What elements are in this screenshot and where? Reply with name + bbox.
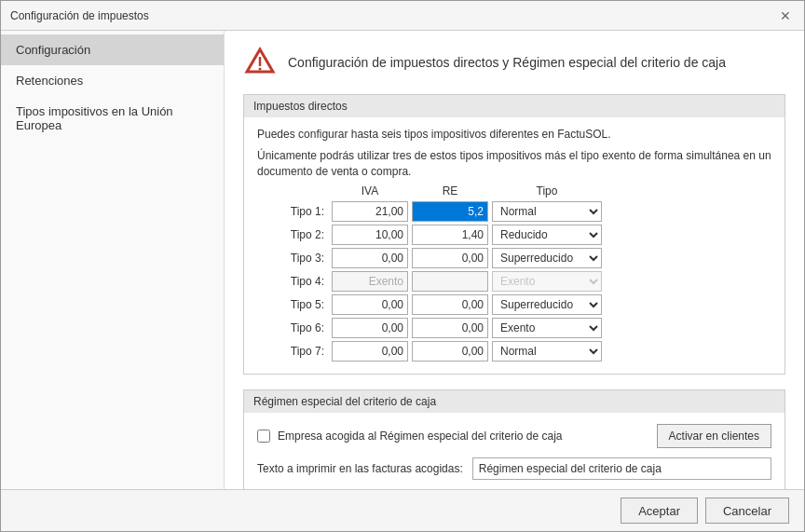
table-row: Tipo 7: NormalReducidoSuperreducidoExent…	[257, 341, 771, 361]
table-row: Tipo 1: NormalReducidoSuperreducidoExent…	[257, 201, 771, 222]
row1-iva-input[interactable]	[332, 201, 408, 222]
row4-tipo-select: Exento	[492, 271, 602, 292]
caja-header: Régimen especial del criterio de caja	[244, 390, 785, 413]
row1-label: Tipo 1:	[257, 205, 332, 218]
table-row: Tipo 5: NormalReducidoSuperreducidoExent…	[257, 294, 771, 315]
table-row: Tipo 3: NormalReducidoSuperreducidoExent…	[257, 248, 771, 268]
row2-iva-input[interactable]	[332, 225, 408, 245]
table-row: Tipo 4: Exento	[257, 271, 771, 292]
col-re-header: RE	[412, 184, 488, 199]
main-window: Configuración de impuestos ✕ Configuraci…	[0, 0, 805, 532]
table-row: Tipo 6: NormalReducidoSuperreducidoExent…	[257, 318, 771, 338]
desc2: Únicamente podrás utilizar tres de estos…	[257, 148, 771, 180]
row7-iva-input[interactable]	[332, 341, 408, 361]
row4-label: Tipo 4:	[257, 275, 332, 288]
sidebar-item-configuracion[interactable]: Configuración	[1, 34, 224, 65]
impuestos-header: Impuestos directos	[244, 95, 785, 117]
main-content: Configuración de impuestos directos y Ré…	[225, 31, 804, 489]
empresa-checkbox[interactable]	[257, 430, 270, 443]
row2-tipo-select[interactable]: NormalReducidoSuperreducidoExento	[492, 225, 602, 245]
caja-section: Régimen especial del criterio de caja Em…	[243, 389, 785, 489]
row4-iva-input	[332, 271, 408, 292]
window-body: Configuración Retenciones Tipos impositi…	[1, 31, 804, 489]
empresa-checkbox-row: Empresa acogida al Régimen especial del …	[257, 424, 771, 448]
close-button[interactable]: ✕	[776, 7, 795, 25]
row5-tipo-select[interactable]: NormalReducidoSuperreducidoExento	[492, 294, 602, 315]
row6-re-input[interactable]	[412, 318, 488, 338]
row1-tipo-select[interactable]: NormalReducidoSuperreducidoExento	[492, 201, 602, 222]
row3-iva-input[interactable]	[332, 248, 408, 268]
row6-tipo-select[interactable]: NormalReducidoSuperreducidoExento	[492, 318, 602, 338]
cancelar-button[interactable]: Cancelar	[705, 498, 789, 524]
footer: Aceptar Cancelar	[1, 489, 804, 531]
col-iva-header: IVA	[332, 184, 408, 199]
caja-body: Empresa acogida al Régimen especial del …	[244, 413, 785, 489]
tax-table-header: IVA RE Tipo	[257, 184, 771, 199]
desc1: Puedes configurar hasta seis tipos impos…	[257, 127, 771, 143]
row5-re-input[interactable]	[412, 294, 488, 315]
logo-icon	[243, 46, 277, 79]
row7-tipo-select[interactable]: NormalReducidoSuperreducidoExento	[492, 341, 602, 361]
row7-re-input[interactable]	[412, 341, 488, 361]
texto-label: Texto a imprimir en las facturas acogida…	[257, 462, 463, 475]
col-tipo-header: Tipo	[492, 184, 602, 199]
sidebar-item-tipos-ue[interactable]: Tipos impositivos en la Unión Europea	[1, 96, 224, 141]
texto-input[interactable]	[472, 457, 771, 480]
row7-label: Tipo 7:	[257, 345, 332, 358]
titlebar: Configuración de impuestos ✕	[1, 1, 804, 31]
table-row: Tipo 2: NormalReducidoSuperreducidoExent…	[257, 225, 771, 245]
main-title: Configuración de impuestos directos y Ré…	[288, 55, 726, 70]
row3-tipo-select[interactable]: NormalReducidoSuperreducidoExento	[492, 248, 602, 268]
main-header: Configuración de impuestos directos y Ré…	[243, 46, 785, 79]
svg-point-2	[259, 68, 262, 71]
impuestos-body: Puedes configurar hasta seis tipos impos…	[244, 117, 785, 374]
row6-iva-input[interactable]	[332, 318, 408, 338]
row2-label: Tipo 2:	[257, 228, 332, 241]
empresa-checkbox-label: Empresa acogida al Régimen especial del …	[278, 430, 563, 443]
row5-label: Tipo 5:	[257, 298, 332, 311]
sidebar: Configuración Retenciones Tipos impositi…	[1, 31, 225, 489]
row1-re-input[interactable]	[412, 201, 488, 222]
sidebar-item-retenciones[interactable]: Retenciones	[1, 65, 224, 96]
window-title: Configuración de impuestos	[10, 9, 149, 22]
row2-re-input[interactable]	[412, 225, 488, 245]
row6-label: Tipo 6:	[257, 321, 332, 334]
row5-iva-input[interactable]	[332, 294, 408, 315]
row3-re-input[interactable]	[412, 248, 488, 268]
impuestos-section: Impuestos directos Puedes configurar has…	[243, 94, 785, 375]
row4-re-input	[412, 271, 488, 292]
activar-clientes-button[interactable]: Activar en clientes	[657, 424, 771, 448]
aceptar-button[interactable]: Aceptar	[621, 498, 698, 524]
texto-row: Texto a imprimir en las facturas acogida…	[257, 457, 771, 480]
row3-label: Tipo 3:	[257, 252, 332, 265]
